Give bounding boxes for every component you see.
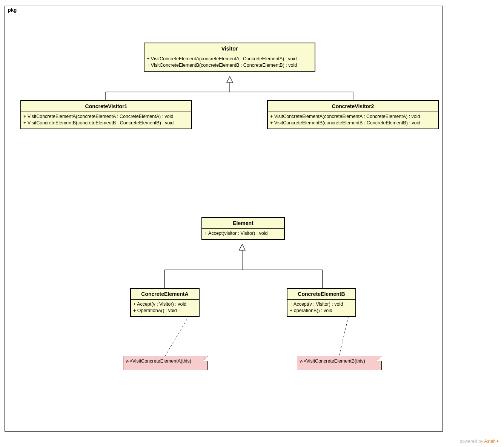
class-visitor: Visitor + VisitConcreteElementA(concrete…	[144, 43, 315, 72]
operation: + operationB() : void	[290, 308, 353, 314]
operation: + Accept(visitor : Visitor) : void	[204, 230, 282, 237]
note-concrete-element-a: v->VisitConcreteElementA(this)	[123, 356, 208, 370]
operation: + VisitConcreteElementA(concreteElementA…	[270, 113, 436, 120]
package-frame: pkg Visitor + VisitCo	[5, 6, 443, 432]
operation: + Accept(v : Visitor) : void	[133, 301, 197, 308]
svg-marker-5	[239, 244, 245, 250]
operation: + Accept(v : Visitor) : void	[290, 301, 353, 308]
class-concrete-element-a: ConcreteElementA + Accept(v : Visitor) :…	[130, 288, 200, 317]
class-title: Element	[202, 218, 284, 229]
operation: + VisitConcreteElementA(concreteElementA…	[147, 56, 312, 62]
operation: + VisitConcreteElementB(concreteElementB…	[270, 120, 436, 126]
class-element: Element + Accept(visitor : Visitor) : vo…	[201, 217, 285, 240]
class-concrete-visitor-2: ConcreteVisitor2 + VisitConcreteElementA…	[267, 100, 439, 129]
class-body: + VisitConcreteElementA(concreteElementA…	[268, 112, 438, 129]
footer-text: powered by	[460, 439, 484, 444]
class-title: ConcreteElementA	[131, 289, 199, 300]
svg-marker-0	[227, 77, 233, 83]
note-concrete-element-b: v->VisitConcreteElementB(this)	[297, 356, 382, 370]
operation: + VisitConcreteElementA(concreteElementA…	[23, 113, 189, 120]
class-title: ConcreteVisitor1	[21, 101, 191, 112]
class-title: Visitor	[144, 43, 315, 54]
note-text: v->VisitConcreteElementA(this)	[126, 358, 191, 364]
class-title: ConcreteElementB	[287, 289, 355, 300]
note-text: v->VisitConcreteElementB(this)	[300, 358, 365, 364]
class-concrete-visitor-1: ConcreteVisitor1 + VisitConcreteElementA…	[20, 100, 192, 129]
operation: + VisitConcreteElementB(concreteElementB…	[23, 120, 189, 126]
class-body: + VisitConcreteElementA(concreteElementA…	[21, 112, 191, 129]
footer-credit: powered by Astah✦	[460, 439, 499, 444]
class-body: + Accept(visitor : Visitor) : void	[202, 229, 284, 239]
footer-brand: Astah	[484, 439, 496, 444]
astah-icon: ✦	[496, 439, 499, 444]
package-label: pkg	[5, 6, 22, 14]
class-body: + Accept(v : Visitor) : void + Operation…	[131, 300, 199, 316]
operation: + VisitConcreteElementB(concreteElementB…	[147, 62, 312, 69]
class-body: + VisitConcreteElementA(concreteElementA…	[144, 54, 315, 71]
class-title: ConcreteVisitor2	[268, 101, 438, 112]
class-concrete-element-b: ConcreteElementB + Accept(v : Visitor) :…	[287, 288, 356, 317]
operation: + OperationA() : void	[133, 308, 197, 314]
diagram-canvas: pkg Visitor + VisitCo	[0, 0, 504, 447]
class-body: + Accept(v : Visitor) : void + operation…	[287, 300, 355, 316]
